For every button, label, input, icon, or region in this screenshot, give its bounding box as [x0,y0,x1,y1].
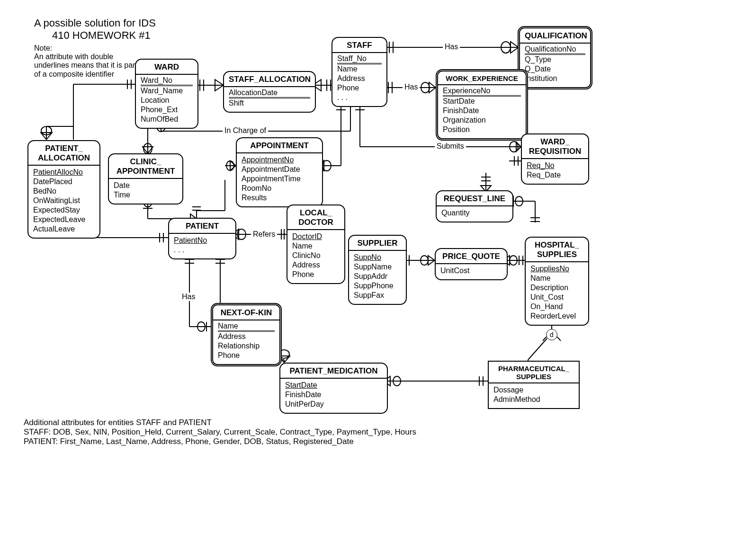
svg-point-66 [197,322,205,331]
svg-point-79 [510,256,517,265]
svg-point-13 [421,82,430,93]
title-line2: 410 HOMEWORK #1 [52,29,151,42]
entity-ward: WARD Ward_No Ward_Name Location Phone_Ex… [135,59,198,129]
entity-ward-name: WARD [141,62,193,73]
entity-qualification: QUALIFICATION QualificationNo Q_Type Q_D… [518,26,592,89]
entity-patient-medication-name: PATIENT_MEDICATION [285,366,382,377]
entity-patient-allocation-attrs: PatientAllocNo DatePlaced BedNo OnWaitin… [33,168,95,234]
entity-local-doctor-attrs: DoctorID Name ClinicNo Address Phone [292,232,340,279]
entity-patient-allocation-name: PATIENT_ ALLOCATION [33,144,95,164]
entity-price-quote-name: PRICE_QUOTE [440,252,502,262]
note-line3: underlines means that it is part [34,61,137,71]
entity-clinic-appointment: CLINIC_ APPOINTMENT Date Time [108,153,183,204]
entity-ward-requisition-attrs: Req_No Req_Date [527,161,583,180]
entity-patient-medication: PATIENT_MEDICATION StartDate FinishDate … [279,363,388,414]
entity-work-experience: WORK_EXPERIENCE ExperienceNo StartDate F… [436,69,528,141]
entity-qualification-name: QUALIFICATION [525,31,585,42]
svg-point-55 [226,161,234,170]
svg-point-77 [421,256,428,265]
svg-point-9 [501,42,511,53]
entity-supplier: SUPPLIER SuppNo SuppName SuppAddr SuppPh… [348,235,407,305]
entity-local-doctor-name: LOCAL_ DOCTOR [292,208,340,228]
entity-next-of-kin-name: NEXT-OF-KIN [218,308,275,319]
entity-request-line-attrs: Quantity [441,208,508,218]
entity-patient-medication-attrs: StartDate FinishDate UnitPerDay [285,381,382,409]
erd-canvas: A possible solution for IDS 410 HOMEWORK… [0,0,753,560]
entity-appointment-attrs: AppointmentNo AppointmentDate Appointmen… [242,155,317,203]
rel-submits: Submits [435,142,466,151]
entity-work-experience-attrs: ExperienceNo StartDate FinishDate Organi… [443,87,521,134]
svg-point-23 [510,142,518,152]
svg-point-33 [143,143,152,154]
svg-point-89 [515,196,523,206]
svg-point-59 [237,229,246,240]
entity-ward-requisition-name: WARD_ REQUISITION [527,137,583,157]
entity-staff: STAFF Staff_No Name Address Phone . . . [332,37,387,107]
svg-point-18 [323,160,331,171]
entity-next-of-kin: NEXT-OF-KIN Name Address Relationship Ph… [211,303,282,366]
rel-has-kin: Has [180,293,197,301]
entity-next-of-kin-attrs: Name Address Relationship Phone [218,322,275,360]
rel-has-experience: Has [403,83,420,91]
entity-staff-allocation: STAFF_ALLOCATION AllocationDate Shift [223,71,316,113]
entity-staff-allocation-attrs: AllocationDate Shift [229,89,310,108]
entity-ward-attrs: Ward_No Ward_Name Location Phone_Ext Num… [141,77,193,124]
rel-has-qualification: Has [443,43,460,51]
svg-line-94 [528,338,547,360]
entity-request-line-name: REQUEST_LINE [441,194,508,204]
entity-clinic-appointment-name: CLINIC_ APPOINTMENT [114,157,178,177]
entity-staff-name: STAFF [337,41,382,51]
entity-pharmaceutical-supplies-attrs: Dossage AdminMethod [493,385,574,404]
title-line1: A possible solution for IDS [34,17,156,29]
entity-patient-name: PATIENT [174,222,231,232]
entity-qualification-attrs: QualificationNo Q_Type Q_Date Institutio… [525,45,585,83]
entity-pharmaceutical-supplies: PHARMACEUTICAL_ SUPPLIES Dossage AdminMe… [488,361,580,409]
disjoint-indicator: d [546,329,557,340]
entity-supplier-name: SUPPLIER [354,239,401,249]
entity-hospital-supplies: HOSPITAL_ SUPPLIES SuppliesNo Name Descr… [525,237,589,326]
entity-hospital-supplies-name: HOSPITAL_ SUPPLIES [530,240,583,260]
footnote-line3: PATIENT: First_Name, Last_Name, Address,… [24,436,354,447]
entity-staff-attrs: Staff_No Name Address Phone . . . [337,55,382,102]
entity-price-quote-attrs: UnitCost [440,266,502,276]
entity-request-line: REQUEST_LINE Quantity [436,190,513,222]
entity-staff-allocation-name: STAFF_ALLOCATION [229,75,310,85]
entity-ward-requisition: WARD_ REQUISITION Req_No Req_Date [521,133,589,185]
entity-price-quote: PRICE_QUOTE UnitCost [435,248,508,280]
note-line4: of a composite identifier [34,70,114,80]
entity-pharmaceutical-supplies-name: PHARMACEUTICAL_ SUPPLIES [493,364,574,382]
entity-patient: PATIENT PatientNo . . . [168,218,236,259]
rel-refers: Refers [251,230,277,239]
svg-point-38 [41,126,52,135]
entity-work-experience-name: WORK_EXPERIENCE [443,74,521,83]
rel-in-charge-of: In Charge of [223,126,268,135]
entity-appointment: APPOINTMENT AppointmentNo AppointmentDat… [236,137,323,207]
svg-point-97 [393,376,401,386]
entity-appointment-name: APPOINTMENT [242,141,317,151]
entity-patient-attrs: PatientNo . . . [174,236,231,255]
entity-patient-allocation: PATIENT_ ALLOCATION PatientAllocNo DateP… [27,140,100,239]
entity-hospital-supplies-attrs: SuppliesNo Name Description Unit_Cost On… [530,264,583,321]
entity-clinic-appointment-attrs: Date Time [114,181,178,200]
entity-local-doctor: LOCAL_ DOCTOR DoctorID Name ClinicNo Add… [287,204,345,284]
entity-supplier-attrs: SuppNo SuppName SuppAddr SuppPhone SuppF… [354,253,401,300]
